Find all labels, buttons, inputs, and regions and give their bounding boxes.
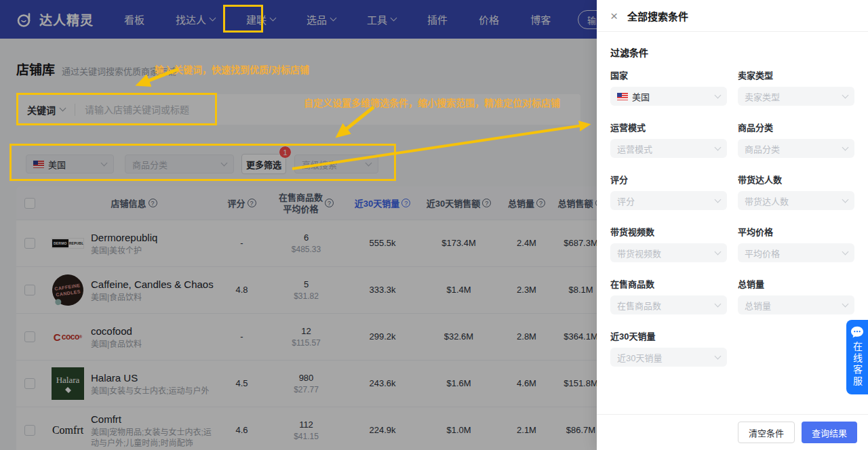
filter-fields-grid: 国家 美国 卖家类型 卖家类型 运营模式 [610, 60, 854, 367]
operation-mode-select[interactable]: 运营模式 [610, 139, 727, 158]
seller-type-select[interactable]: 卖家类型 [738, 87, 854, 106]
drawer-footer: 清空条件 查询结果 [597, 414, 868, 450]
close-icon[interactable]: × [610, 9, 618, 22]
field-country: 国家 美国 [610, 60, 727, 106]
field-total-sales: 总销量 总销量 [738, 269, 854, 314]
chevron-down-icon [715, 144, 722, 150]
query-results-button[interactable]: 查询结果 [802, 422, 857, 443]
search-conditions-drawer: × 全部搜索条件 过滤条件 国家 美国 卖家类型 卖家类型 [597, 0, 868, 450]
field-operation-mode: 运营模式 运营模式 [610, 112, 727, 158]
chevron-down-icon [842, 196, 849, 203]
drawer-title: 全部搜索条件 [627, 9, 688, 23]
field-product-count: 在售商品数 在售商品数 [610, 269, 727, 314]
field-creator-count: 带货达人数 带货达人数 [738, 165, 854, 210]
customer-service-label: 在线客服 [852, 342, 862, 388]
chevron-down-icon [715, 196, 722, 203]
chevron-down-icon [715, 300, 722, 307]
chevron-down-icon [715, 352, 722, 359]
chevron-down-icon [715, 91, 722, 98]
filter-section-title: 过滤条件 [610, 45, 854, 59]
field-rating: 评分 评分 [610, 165, 727, 210]
app-window: 达人精灵 看板 找达人 建联 选品 工具 插件 价格 博客 输入 店铺库 通过关… [0, 0, 868, 450]
field-video-count: 带货视频数 带货视频数 [610, 217, 727, 262]
rating-select[interactable]: 评分 [610, 191, 727, 210]
drawer-body: 过滤条件 国家 美国 卖家类型 卖家类型 [597, 45, 868, 367]
field-category: 商品分类 商品分类 [738, 112, 854, 158]
customer-service-tab[interactable]: 在线客服 [846, 320, 868, 394]
chevron-down-icon [715, 248, 722, 255]
clear-conditions-button[interactable]: 清空条件 [738, 422, 795, 443]
drawer-header: × 全部搜索条件 [597, 0, 868, 32]
creator-count-select[interactable]: 带货达人数 [738, 191, 854, 210]
field-sales-30d: 近30天销量 近30天销量 [610, 321, 727, 367]
sales-30d-select[interactable]: 近30天销量 [610, 348, 727, 367]
chevron-down-icon [842, 248, 849, 255]
chevron-down-icon [842, 300, 849, 307]
drawer-backdrop[interactable] [0, 0, 597, 450]
country-select[interactable]: 美国 [610, 87, 727, 106]
field-seller-type: 卖家类型 卖家类型 [738, 60, 854, 106]
average-price-select[interactable]: 平均价格 [738, 243, 854, 262]
total-sales-select[interactable]: 总销量 [738, 295, 854, 314]
chevron-down-icon [842, 91, 849, 98]
video-count-select[interactable]: 带货视频数 [610, 243, 727, 262]
category-select[interactable]: 商品分类 [738, 139, 854, 158]
product-count-select[interactable]: 在售商品数 [610, 295, 727, 314]
field-average-price: 平均价格 平均价格 [738, 217, 854, 262]
chevron-down-icon [842, 144, 849, 150]
chat-bubble-icon [850, 326, 864, 338]
us-flag-icon [617, 93, 628, 100]
